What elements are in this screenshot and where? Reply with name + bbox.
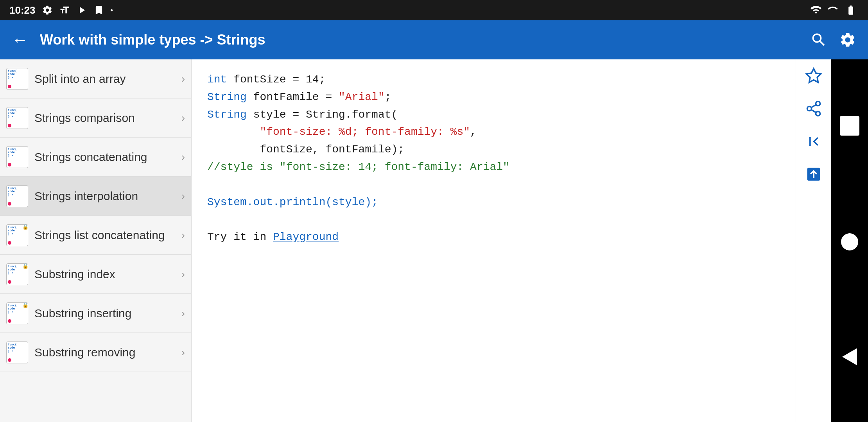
font-icon	[59, 5, 70, 16]
svg-line-4	[811, 110, 816, 113]
sidebar: func{code} • Split into an array › func{…	[0, 59, 192, 422]
sidebar-label-strings-comparison: Strings comparison	[28, 110, 181, 125]
code-line-6: //style is "font-size: 14; font-family: …	[207, 159, 780, 176]
wifi-icon	[809, 5, 823, 16]
string-literal: "Arial"	[339, 91, 385, 103]
keyword-string2: String	[207, 109, 253, 121]
code-line-5: fontSize, fontFamile);	[207, 141, 780, 159]
code-line-8: Try it in Playground	[207, 229, 780, 246]
sidebar-item-substring-index[interactable]: func{code} • 🔒 Substring index ›	[0, 255, 191, 294]
status-left: 10:23 •	[9, 4, 113, 16]
code-text: ;	[385, 91, 391, 103]
black-side-panel	[831, 59, 868, 422]
chevron-right-icon: ›	[181, 268, 185, 281]
try-it-text: Try it in	[207, 231, 273, 243]
substring-index-icon: func{code} • 🔒	[6, 263, 28, 285]
toolbar-icons	[810, 31, 856, 48]
code-println: System.out.println(style);	[207, 196, 378, 208]
sidebar-item-split-array[interactable]: func{code} • Split into an array ›	[0, 59, 191, 98]
code-text: fontSize, fontFamile);	[207, 143, 404, 156]
time-display: 10:23	[9, 4, 36, 16]
side-back-button[interactable]	[842, 348, 857, 365]
svg-point-3	[816, 111, 820, 116]
search-icon[interactable]	[810, 31, 827, 48]
lock-icon: 🔒	[22, 263, 29, 269]
substring-removing-icon: func{code} •	[6, 342, 28, 363]
sidebar-label-substring-index: Substring index	[28, 266, 181, 282]
string-literal2: "font-size: %d; font-family: %s"	[260, 126, 470, 138]
sidebar-label-strings-concatenating: Strings concatenating	[28, 149, 181, 165]
strings-concatenating-icon: func{code} •	[6, 146, 28, 168]
status-bar: 10:23 •	[0, 0, 868, 20]
sidebar-label-strings-list: Strings list concatenating	[28, 227, 181, 243]
first-page-icon[interactable]	[805, 133, 822, 150]
battery-icon	[843, 5, 859, 16]
code-comment: //style is "font-size: 14; font-family: …	[207, 161, 509, 173]
sidebar-label-strings-interpolation: Strings interpolation	[28, 188, 181, 204]
svg-point-1	[816, 102, 820, 106]
svg-point-2	[807, 107, 811, 111]
side-square-button[interactable]	[840, 116, 859, 136]
right-panel	[796, 59, 831, 422]
code-text: ,	[470, 126, 477, 138]
back-button[interactable]: ←	[12, 30, 28, 49]
substring-inserting-icon: func{code} • 🔒	[6, 302, 28, 324]
code-line-blank2	[207, 211, 780, 229]
star-icon[interactable]	[805, 67, 822, 84]
sidebar-item-strings-interpolation[interactable]: func{code} • Strings interpolation ›	[0, 177, 191, 216]
strings-interpolation-icon: func{code} •	[6, 185, 28, 207]
strings-comparison-icon: func{code} •	[6, 107, 28, 129]
sidebar-item-strings-concatenating[interactable]: func{code} • Strings concatenating ›	[0, 138, 191, 177]
sidebar-label-substring-removing: Substring removing	[28, 345, 181, 360]
svg-marker-0	[806, 69, 821, 82]
code-content: int fontSize = 14; String fontFamile = "…	[192, 59, 796, 422]
code-line-4: "font-size: %d; font-family: %s",	[207, 123, 780, 141]
status-right	[809, 5, 859, 16]
gear-icon[interactable]	[839, 31, 856, 48]
settings-icon	[42, 5, 53, 16]
toolbar: ← Work with simple types -> Strings	[0, 20, 868, 59]
chevron-right-icon: ›	[181, 73, 185, 85]
strings-list-icon: func{code} • 🔒	[6, 224, 28, 246]
signal-icon	[827, 5, 838, 16]
playground-link[interactable]: Playground	[273, 231, 339, 243]
play-icon	[76, 5, 87, 16]
code-line-blank	[207, 176, 780, 194]
lock-icon: 🔒	[22, 302, 29, 308]
code-line-1: int fontSize = 14;	[207, 71, 780, 89]
lock-icon: 🔒	[22, 224, 29, 230]
page-title: Work with simple types -> Strings	[40, 32, 798, 48]
diagonal-arrow-icon[interactable]	[805, 166, 822, 183]
main-area: func{code} • Split into an array › func{…	[0, 59, 868, 422]
sidebar-label-substring-inserting: Substring inserting	[28, 306, 181, 321]
code-line-2: String fontFamile = "Arial";	[207, 89, 780, 106]
side-circle-button[interactable]	[841, 233, 858, 250]
bookmark-icon	[93, 5, 104, 16]
sidebar-item-strings-comparison[interactable]: func{code} • Strings comparison ›	[0, 98, 191, 138]
keyword-string: String	[207, 91, 253, 103]
chevron-right-icon: ›	[181, 112, 185, 124]
chevron-right-icon: ›	[181, 151, 185, 163]
code-line-3: String style = String.format(	[207, 106, 780, 124]
split-array-icon: func{code} •	[6, 68, 28, 90]
sidebar-label-split-array: Split into an array	[28, 71, 181, 86]
code-indent	[207, 126, 260, 138]
chevron-right-icon: ›	[181, 190, 185, 202]
sidebar-item-substring-removing[interactable]: func{code} • Substring removing ›	[0, 333, 191, 372]
sidebar-item-strings-list-concatenating[interactable]: func{code} • 🔒 Strings list concatenatin…	[0, 216, 191, 255]
keyword-int: int	[207, 73, 233, 86]
sidebar-item-substring-inserting[interactable]: func{code} • 🔒 Substring inserting ›	[0, 294, 191, 333]
dot-indicator: •	[111, 6, 113, 14]
code-text: fontFamile =	[253, 91, 339, 103]
chevron-right-icon: ›	[181, 229, 185, 241]
code-text: style = String.format(	[253, 109, 398, 121]
code-text: fontSize = 14;	[233, 73, 325, 86]
chevron-right-icon: ›	[181, 307, 185, 320]
svg-line-5	[811, 105, 816, 107]
code-line-7: System.out.println(style);	[207, 194, 780, 211]
chevron-right-icon: ›	[181, 346, 185, 359]
share-icon[interactable]	[805, 100, 822, 117]
